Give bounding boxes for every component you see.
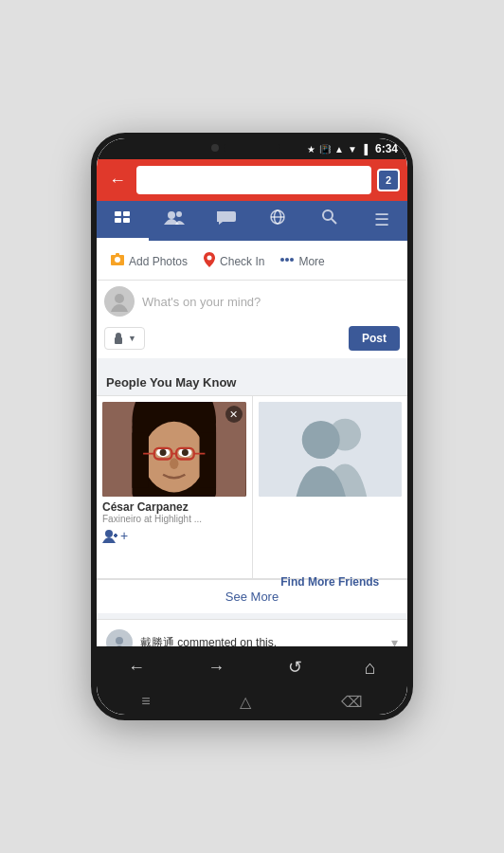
svg-point-28 (160, 449, 167, 456)
more-label: More (298, 255, 324, 268)
svg-point-37 (105, 530, 113, 537)
nav-messages[interactable] (200, 201, 252, 241)
svg-rect-1 (123, 211, 130, 216)
svg-point-29 (182, 449, 189, 456)
svg-rect-25 (200, 433, 216, 488)
find-more-friends-button[interactable]: Find More Friends (259, 497, 403, 646)
svg-point-5 (176, 211, 182, 217)
check-in-label: Check In (220, 255, 264, 268)
svg-point-17 (290, 258, 294, 262)
notification-badge[interactable]: 2 (377, 169, 400, 191)
checkin-icon (203, 252, 216, 270)
person-card-2: Find More Friends (253, 396, 408, 578)
find-more-label: Find More Friends (280, 575, 379, 589)
home-nav-icon (113, 209, 132, 229)
post-input-row: What's on your mind? (97, 281, 407, 322)
svg-rect-0 (115, 211, 121, 216)
svg-rect-2 (115, 218, 121, 223)
top-bar: ← 2 (97, 159, 407, 201)
people-row: ✕ César Carpanez Faxineiro at Highlight … (97, 395, 407, 579)
camera (211, 144, 219, 152)
privacy-arrow-icon: ▼ (128, 334, 136, 343)
phone-inner: ★ 📳 ▲ ▼ ▐ 6:34 ← 2 (97, 138, 407, 715)
svg-point-42 (116, 637, 123, 644)
svg-point-35 (170, 458, 178, 469)
more-icon (279, 252, 295, 270)
check-in-button[interactable]: Check In (197, 248, 270, 274)
post-button[interactable]: Post (349, 326, 400, 351)
svg-line-10 (332, 219, 336, 224)
nav-home[interactable] (97, 201, 149, 241)
svg-rect-19 (115, 337, 122, 344)
svg-point-12 (115, 257, 120, 263)
signal-icon: ▲ (334, 144, 344, 154)
search-bar[interactable] (136, 166, 371, 194)
post-actions-row: Add Photos Check In (97, 248, 407, 281)
nav-friends[interactable] (149, 201, 201, 241)
post-placeholder[interactable]: What's on your mind? (142, 295, 400, 309)
search-input[interactable] (144, 173, 364, 188)
person-name-1: César Carpanez (102, 500, 246, 514)
bluetooth-icon: ★ (307, 144, 315, 154)
close-person-1-button[interactable]: ✕ (225, 406, 243, 423)
status-time: 6:34 (375, 142, 398, 155)
add-photos-button[interactable]: Add Photos (104, 249, 193, 273)
svg-point-18 (115, 294, 124, 303)
add-friend-1-button[interactable]: + (102, 528, 246, 543)
content-area: Add Photos Check In (97, 241, 407, 646)
back-button[interactable]: ← (104, 167, 131, 193)
person-card-1: ✕ César Carpanez Faxineiro at Highlight … (97, 396, 253, 578)
person-photo-2 (259, 402, 403, 497)
svg-point-14 (207, 256, 212, 261)
battery-icon: ▐ (361, 144, 368, 154)
wifi-icon: ▼ (348, 144, 357, 154)
facebook-nav: ☰ (97, 201, 407, 241)
browser-forward-button[interactable]: → (207, 658, 225, 678)
notification-avatar (106, 629, 133, 646)
friends-nav-icon (164, 209, 185, 229)
svg-point-16 (285, 258, 289, 262)
home-home-icon[interactable]: △ (240, 693, 251, 711)
browser-back-button[interactable]: ← (128, 658, 145, 678)
home-back-icon[interactable]: ⌫ (341, 693, 363, 711)
people-section: People You May Know (97, 366, 407, 613)
nav-globe[interactable] (252, 201, 304, 241)
add-photos-icon (110, 253, 125, 269)
browser-nav: ← → ↺ ⌂ (97, 646, 407, 688)
svg-rect-13 (116, 253, 119, 256)
section-title: People You May Know (97, 366, 407, 395)
two-people-silhouette (259, 402, 403, 497)
privacy-button[interactable]: ▼ (104, 327, 145, 350)
person-sub-1: Faxineiro at Highlight ... (102, 514, 246, 524)
speaker (224, 144, 280, 152)
add-friend-plus-icon: + (120, 528, 128, 543)
post-compose: Add Photos Check In (97, 241, 407, 358)
add-photos-label: Add Photos (129, 255, 188, 268)
svg-point-9 (323, 210, 333, 220)
post-bottom-row: ▼ Post (97, 322, 407, 354)
menu-nav-icon: ☰ (374, 211, 389, 228)
home-menu-icon[interactable]: ≡ (141, 693, 150, 710)
messages-nav-icon (217, 209, 236, 229)
person-face (102, 402, 246, 497)
status-bar: ★ 📳 ▲ ▼ ▐ 6:34 (307, 142, 398, 155)
phone-frame: ★ 📳 ▲ ▼ ▐ 6:34 ← 2 (91, 133, 413, 720)
person-photo-1: ✕ (102, 402, 246, 497)
browser-refresh-button[interactable]: ↺ (288, 657, 302, 678)
svg-point-4 (168, 211, 175, 219)
browser-home-button[interactable]: ⌂ (365, 657, 376, 679)
svg-point-23 (143, 422, 205, 493)
nav-menu[interactable]: ☰ (355, 201, 407, 241)
vibrate-icon: 📳 (319, 144, 331, 154)
search-nav-icon (321, 209, 338, 230)
globe-nav-icon (269, 209, 286, 230)
home-bar: ≡ △ ⌫ (97, 688, 407, 715)
nav-search[interactable] (304, 201, 356, 241)
more-button[interactable]: More (274, 248, 330, 274)
user-avatar (104, 286, 135, 317)
svg-point-15 (280, 258, 284, 262)
svg-point-41 (301, 421, 339, 459)
top-bezel: ★ 📳 ▲ ▼ ▐ 6:34 (97, 138, 407, 159)
svg-rect-3 (123, 218, 130, 223)
svg-rect-24 (132, 433, 148, 488)
